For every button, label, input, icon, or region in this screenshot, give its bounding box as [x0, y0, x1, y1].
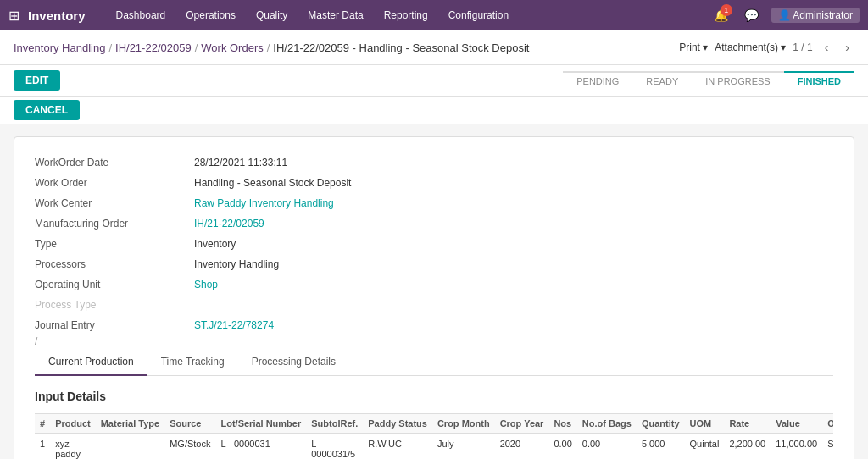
type-label: Type [35, 235, 187, 252]
app-name: Inventory [28, 8, 86, 23]
tab-bar: Current Production Time Tracking Process… [35, 349, 833, 376]
breadcrumb-right: Print ▾ Attachment(s) ▾ 1 / 1 ‹ › [679, 39, 854, 56]
nav-reporting[interactable]: Reporting [376, 4, 437, 26]
attachment-label: Attachment(s) [715, 41, 778, 53]
col-num: # [35, 414, 50, 434]
process-type-label: Process Type [35, 296, 187, 313]
chat-icon[interactable]: 💬 [741, 4, 763, 26]
col-value: Value [771, 414, 822, 434]
cell-quantity: 5.000 [637, 434, 685, 459]
nav-quality[interactable]: Quality [248, 4, 296, 26]
col-crop-year: Crop Year [495, 414, 549, 434]
cancel-button[interactable]: CANCEL [14, 100, 80, 120]
col-nos: Nos [548, 414, 576, 434]
nav-master-data[interactable]: Master Data [299, 4, 371, 26]
table-wrapper: # Product Material Type Source Lot/Seria… [35, 413, 833, 459]
cell-num: 1 [35, 434, 50, 459]
col-subtol-ref: SubtolRef. [306, 414, 363, 434]
main-content: WorkOrder Date 28/12/2021 11:33:11 Work … [0, 124, 868, 459]
breadcrumb-sep-1: / [108, 41, 112, 54]
cell-rate: 2,200.00 [724, 434, 771, 459]
cell-uom: Quintal [685, 434, 725, 459]
attachment-button[interactable]: Attachment(s) ▾ [715, 41, 786, 53]
table-header: # Product Material Type Source Lot/Seria… [35, 414, 833, 434]
operating-unit-label: Operating Unit [35, 276, 187, 293]
breadcrumb-inventory-handling[interactable]: Inventory Handling [14, 41, 105, 54]
col-quantity: Quantity [637, 414, 685, 434]
edit-button[interactable]: EDIT [14, 70, 60, 91]
col-product: Product [50, 414, 96, 434]
breadcrumb-left: Inventory Handling / IH/21-22/02059 / Wo… [14, 41, 529, 54]
cell-operating-unit: Shop [822, 434, 833, 459]
input-details-section: Input Details # Product Material Type So… [35, 390, 833, 459]
col-crop-month: Crop Month [432, 414, 495, 434]
app-grid-icon[interactable]: ⊞ [8, 8, 19, 24]
table-row: 1 xyz paddy MG/Stock L - 0000031 L - 000… [35, 434, 833, 459]
user-menu[interactable]: 👤 Administrator [771, 8, 860, 23]
cell-source: MG/Stock [164, 434, 215, 459]
work-center-value[interactable]: Raw Paddy Inventory Handling [194, 195, 833, 212]
status-in-progress[interactable]: IN PROGRESS [692, 71, 783, 90]
cell-paddy-status: R.W.UC [363, 434, 432, 459]
table-body: 1 xyz paddy MG/Stock L - 0000031 L - 000… [35, 434, 833, 459]
journal-entry-value[interactable]: ST.J/21-22/78274 [194, 317, 833, 334]
nav-configuration[interactable]: Configuration [440, 4, 517, 26]
col-lot-serial: Lot/Serial Number [215, 414, 306, 434]
process-type-value [194, 296, 833, 313]
journal-entry-label: Journal Entry [35, 317, 187, 334]
col-material-type: Material Type [96, 414, 165, 434]
tab-processing-details[interactable]: Processing Details [238, 349, 349, 376]
action-bar: EDIT PENDING READY IN PROGRESS FINISHED [0, 65, 868, 97]
mfg-order-value[interactable]: IH/21-22/02059 [194, 215, 833, 232]
print-button[interactable]: Print ▾ [679, 41, 708, 53]
cell-nos: 0.00 [548, 434, 576, 459]
page-info: 1 / 1 [793, 41, 812, 53]
work-order-card: WorkOrder Date 28/12/2021 11:33:11 Work … [14, 136, 854, 459]
top-navigation: ⊞ Inventory Dashboard Operations Quality… [0, 0, 868, 30]
cell-crop-month: July [432, 434, 495, 459]
work-center-label: Work Center [35, 195, 187, 212]
col-rate: Rate [724, 414, 771, 434]
processors-label: Processors [35, 256, 187, 273]
work-order-value: Handling - Seasonal Stock Deposit [194, 174, 833, 191]
tab-current-production[interactable]: Current Production [35, 349, 147, 376]
cell-no-of-bags: 0.00 [577, 434, 637, 459]
status-pending[interactable]: PENDING [563, 71, 632, 90]
breadcrumb-bar: Inventory Handling / IH/21-22/02059 / Wo… [0, 30, 868, 65]
notification-badge: 1 [721, 4, 732, 16]
col-no-of-bags: No.of Bags [577, 414, 637, 434]
operating-unit-value[interactable]: Shop [194, 276, 833, 293]
cell-crop-year: 2020 [495, 434, 549, 459]
notifications-icon[interactable]: 🔔 1 [710, 4, 732, 26]
nav-right: 🔔 1 💬 👤 Administrator [710, 4, 860, 26]
cell-material-type [96, 434, 165, 459]
cell-lot-serial: L - 0000031 [215, 434, 306, 459]
processors-value: Inventory Handling [194, 256, 833, 273]
status-steps: PENDING READY IN PROGRESS FINISHED [563, 71, 854, 90]
status-ready[interactable]: READY [632, 71, 692, 90]
nav-dashboard[interactable]: Dashboard [108, 4, 175, 26]
tab-time-tracking[interactable]: Time Tracking [147, 349, 238, 376]
breadcrumb-sep-2: / [195, 41, 198, 54]
col-source: Source [164, 414, 215, 434]
breadcrumb-sep-3: / [267, 41, 270, 54]
col-operating-unit: Operating Unit [822, 414, 833, 434]
breadcrumb-ih-number[interactable]: IH/21-22/02059 [115, 41, 192, 54]
date-value: 28/12/2021 11:33:11 [194, 154, 833, 171]
work-order-form: WorkOrder Date 28/12/2021 11:33:11 Work … [35, 154, 833, 334]
nav-items: Dashboard Operations Quality Master Data… [108, 4, 705, 26]
status-finished[interactable]: FINISHED [784, 71, 854, 90]
breadcrumb-work-orders[interactable]: Work Orders [201, 41, 263, 54]
next-button[interactable]: › [840, 39, 854, 56]
work-order-label: Work Order [35, 174, 187, 191]
prev-button[interactable]: ‹ [820, 39, 834, 56]
section-title: Input Details [35, 390, 833, 403]
type-value: Inventory [194, 235, 833, 252]
user-name: Administrator [793, 9, 853, 21]
nav-operations[interactable]: Operations [177, 4, 244, 26]
slash-separator: / [35, 334, 833, 349]
date-label: WorkOrder Date [35, 154, 187, 171]
mfg-order-label: Manufacturing Order [35, 215, 187, 232]
input-details-table: # Product Material Type Source Lot/Seria… [35, 413, 833, 459]
cell-product: xyz paddy [50, 434, 96, 459]
